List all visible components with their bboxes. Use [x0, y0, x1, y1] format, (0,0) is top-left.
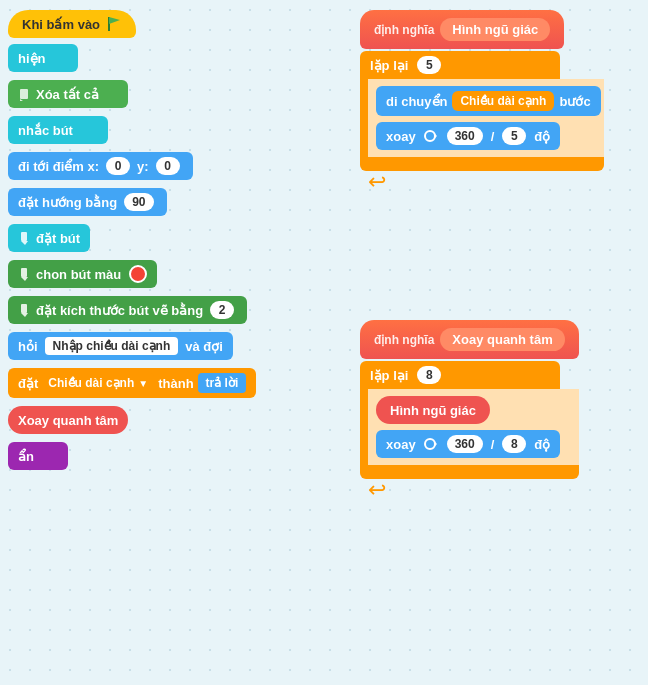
nhac-but-label: nhắc bút: [18, 123, 73, 138]
dat-set-block[interactable]: đặt Chiều dài cạnh ▼ thành trả lời: [8, 366, 256, 400]
dropdown-arrow: ▼: [138, 378, 148, 389]
dat-kich-label: đặt kích thước bút vẽ bằng: [36, 303, 203, 318]
hoi-suffix: và đợi: [185, 339, 223, 354]
define-label-top: định nghĩa: [374, 23, 434, 37]
flag-icon: [106, 16, 122, 32]
prep-label: thành: [158, 376, 193, 391]
buoc-label: bước: [559, 94, 590, 109]
svg-point-10: [425, 131, 435, 141]
rotate-icon-top: [423, 129, 437, 143]
huong-val[interactable]: 90: [124, 193, 153, 211]
xoay-quanh-label: Xoay quanh tâm: [18, 413, 118, 428]
pencil-icon-dat: [18, 231, 32, 245]
hien-label: hiện: [18, 51, 46, 66]
svg-rect-8: [21, 304, 27, 313]
lap-lai-label-bot: lặp lại: [370, 368, 408, 383]
do-label-bot: độ: [534, 437, 550, 452]
svg-marker-5: [21, 241, 28, 245]
dat-huong-label: đặt hướng bằng: [18, 195, 117, 210]
hinh-ngu-giac-call-label: Hình ngũ giác: [390, 403, 476, 418]
return-arrow-bot: ↩: [368, 479, 579, 501]
svg-marker-9: [21, 313, 28, 317]
svg-rect-2: [20, 89, 28, 99]
tra-loi-block[interactable]: trả lời: [198, 373, 247, 393]
kich-val[interactable]: 2: [210, 301, 234, 319]
pencil-icon-kich: [18, 303, 32, 317]
an-label: ẩn: [18, 449, 34, 464]
define-xoay-quanh-tam[interactable]: định nghĩa Xoay quanh tâm: [360, 320, 579, 359]
di-chuyen-label: di chuyển: [386, 94, 447, 109]
pencil-xoa: [18, 87, 32, 101]
dat-but-label: đặt bút: [36, 231, 80, 246]
hat-label: Khi bấm vào: [22, 17, 100, 32]
dat-but-block[interactable]: đặt bút: [8, 222, 256, 254]
xoay-label-bot: xoay: [386, 437, 416, 452]
var-label: Chiều dài cạnh: [48, 376, 134, 390]
svg-marker-7: [21, 277, 28, 281]
hien-block[interactable]: hiện: [8, 42, 256, 74]
n1-val[interactable]: 5: [502, 127, 526, 145]
lap-lai-val-bot[interactable]: 8: [417, 366, 441, 384]
xoa-block[interactable]: Xóa tất cả: [8, 78, 256, 110]
x-input[interactable]: 0: [106, 157, 130, 175]
dat-set-label: đặt: [18, 376, 38, 391]
pencil-icon-chon: [18, 267, 32, 281]
define-hinh-ngu-giac[interactable]: định nghĩa Hình ngũ giác: [360, 10, 604, 49]
lap-lai-label-top: lặp lại: [370, 58, 408, 73]
do-label-top: độ: [534, 129, 550, 144]
di-chuyen-block[interactable]: di chuyển Chiều dài cạnh bước: [376, 84, 601, 118]
hinh-ngu-giac-call[interactable]: Hình ngũ giác: [376, 394, 576, 426]
xoa-label: Xóa tất cả: [36, 87, 99, 102]
div1: /: [491, 129, 495, 144]
an-block[interactable]: ẩn: [8, 440, 256, 472]
dat-kich-block[interactable]: đặt kích thước bút vẽ bằng 2: [8, 294, 256, 326]
div2: /: [491, 437, 495, 452]
svg-marker-3: [20, 99, 23, 101]
proc-hinh-ngu-giac: Hình ngũ giác: [440, 18, 550, 41]
lap-lai-val-top[interactable]: 5: [417, 56, 441, 74]
di-toi-block[interactable]: đi tới điểm x: 0 y: 0: [8, 150, 256, 182]
svg-rect-4: [21, 232, 27, 241]
dat-huong-block[interactable]: đặt hướng bằng 90: [8, 186, 256, 218]
deg1-val[interactable]: 360: [447, 127, 483, 145]
svg-marker-1: [109, 17, 120, 24]
hoi-prompt[interactable]: Nhập chiều dài cạnh: [45, 337, 179, 355]
rotate-icon-bot: [423, 437, 437, 451]
di-toi-label: đi tới điểm x:: [18, 159, 99, 174]
y-input[interactable]: 0: [156, 157, 180, 175]
svg-point-12: [425, 439, 435, 449]
lap-lai-bot[interactable]: lặp lại 8 Hình ngũ giác xoay 360: [360, 361, 579, 479]
chon-but-mau-label: chon bút màu: [36, 267, 121, 282]
y-label: y:: [137, 159, 149, 174]
nhac-but-block[interactable]: nhắc bút: [8, 114, 256, 146]
proc-xoay-quanh-tam: Xoay quanh tâm: [440, 328, 564, 351]
chon-but-mau-block[interactable]: chon bút màu: [8, 258, 256, 290]
deg2-val[interactable]: 360: [447, 435, 483, 453]
svg-rect-6: [21, 268, 27, 277]
hoi-block[interactable]: hỏi Nhập chiều dài cạnh và đợi: [8, 330, 256, 362]
xoay-label-top: xoay: [386, 129, 416, 144]
define-label-bot: định nghĩa: [374, 333, 434, 347]
color-circle-red[interactable]: [129, 265, 147, 283]
lap-lai-hinh[interactable]: lặp lại 5 di chuyển Chiều dài cạnh bước …: [360, 51, 604, 171]
chieu-dai-val[interactable]: Chiều dài cạnh: [452, 91, 554, 111]
hat-block[interactable]: Khi bấm vào: [8, 10, 136, 38]
n2-val[interactable]: 8: [502, 435, 526, 453]
return-arrow-top: ↩: [368, 171, 604, 193]
xoay-block-top[interactable]: xoay 360 / 5 độ: [376, 120, 601, 152]
xoay-quanh-block[interactable]: Xoay quanh tâm: [8, 404, 256, 436]
xoay-block-bot[interactable]: xoay 360 / 8 độ: [376, 428, 576, 460]
hoi-label: hỏi: [18, 339, 38, 354]
var-chieu-dai[interactable]: Chiều dài cạnh ▼: [42, 373, 154, 393]
